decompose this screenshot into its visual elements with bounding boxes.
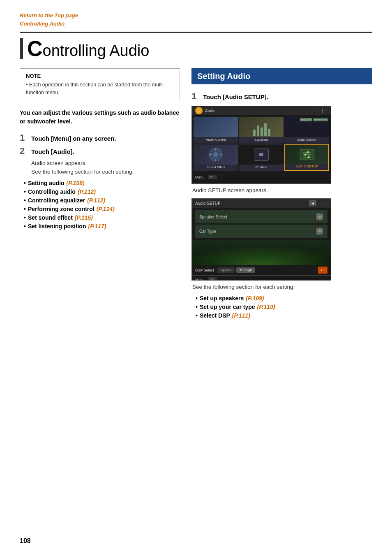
step-2-sub1: Audio screen appears. See the following …	[31, 159, 180, 176]
svg-point-15	[307, 151, 309, 153]
breadcrumb-current-link[interactable]: Controlling Audio	[20, 20, 372, 28]
screen2-return-btn[interactable]: ↩	[318, 267, 327, 274]
page-title-area: Controlling Audio	[20, 32, 372, 59]
page-title-first-letter: C	[27, 37, 43, 60]
right-bullet-text: Set up your car type	[200, 304, 255, 310]
right-bullet-list: Set up speakers (P.109) Set up your car …	[196, 295, 372, 319]
section-header: Setting Audio	[191, 68, 372, 84]
screen2-menu-bar: Menu TEL	[192, 275, 331, 281]
screen2-row-cartype-icon	[316, 227, 323, 235]
page-title: Controlling Audio	[27, 38, 149, 59]
step-2: 2 Touch [Audio].	[20, 146, 180, 156]
screen2-menu-label: Menu	[195, 278, 205, 281]
bullet-text: Performing zone control	[28, 206, 95, 212]
screen1-audio-icon: ♪	[195, 107, 203, 114]
screen1-cell-audio-setup: AUDIO SETUP	[284, 144, 329, 171]
screen2-image: Audio SETUP ◀ --- | --- Speaker Select	[191, 198, 331, 281]
screen1-cell-sound-effect: Sound Effect	[194, 144, 238, 171]
intro-text: You can adjust the various settings such…	[20, 109, 180, 126]
right-bullet-cartype: Set up your car type (P.110)	[196, 304, 372, 310]
right-bullet-link[interactable]: (P.109)	[246, 295, 264, 302]
bullet-text: Set sound effect	[28, 214, 73, 221]
bullet-link[interactable]: (P.117)	[88, 223, 106, 230]
screen1-top-bar: ♪ Audio --- | ---	[192, 106, 331, 115]
screen2-tel-label: TEL	[208, 277, 217, 281]
right-bullet-link[interactable]: (P.111)	[232, 312, 250, 319]
screen2-row-speaker-label: Speaker Select	[199, 215, 227, 219]
bullet-controlling-audio: Controlling audio (P.112)	[24, 188, 180, 195]
svg-rect-4	[268, 129, 270, 136]
right-column: Setting Audio 1 Touch [Audio SETUP]. ♪ A…	[191, 68, 372, 321]
svg-rect-3	[264, 123, 267, 136]
screen1-audio-label: Audio	[205, 109, 216, 113]
svg-point-6	[213, 152, 218, 157]
screen1-top-right: --- | ---	[317, 109, 327, 113]
bullet-text: Controlling audio	[28, 188, 76, 195]
step-1-label: Touch [Menu] on any screen.	[31, 135, 116, 142]
step-1: 1 Touch [Menu] on any screen.	[20, 132, 180, 143]
screen1-cell-zone-control: Dual Zone Transfer None Zone Control	[284, 117, 329, 144]
page-number: 108	[20, 537, 31, 545]
bullet-sound-effect: Set sound effect (P.115)	[24, 214, 180, 221]
step-1-number: 1	[20, 132, 27, 143]
screen2-bottom-bar: DSP Select Bypass Through ↩	[192, 265, 331, 275]
screen2-through-btn[interactable]: Through	[236, 267, 255, 273]
svg-point-21	[319, 230, 321, 232]
note-text: • Each operation in this section can be …	[26, 81, 174, 97]
right-bullet-link[interactable]: (P.110)	[257, 304, 275, 310]
breadcrumb-area: Return to the Top page Controlling Audio	[20, 12, 372, 28]
bullet-text: Setting audio	[28, 180, 65, 186]
screen1-label-sound-effect: Sound Effect	[206, 165, 225, 169]
screen1-label-audio-setup: AUDIO SETUP	[296, 165, 318, 168]
note-box: NOTE • Each operation in this section ca…	[20, 68, 180, 101]
page-container: Return to the Top page Controlling Audio…	[0, 0, 392, 557]
screen1-label-position: Position	[256, 165, 267, 169]
screen1-cell-audio-control: Audio Control	[194, 117, 238, 144]
svg-point-19	[319, 216, 321, 218]
screen2-spacer	[192, 240, 331, 265]
bullet-link[interactable]: (P.114)	[97, 206, 115, 212]
svg-point-17	[307, 156, 309, 158]
svg-rect-2	[261, 128, 263, 136]
bullet-link[interactable]: (P.115)	[75, 214, 93, 221]
screen1-tel-label: TEL	[208, 175, 217, 179]
note-title: NOTE	[26, 73, 174, 79]
following-text: See the following section for each setti…	[191, 284, 372, 290]
screen1-menu-label: Menu	[195, 175, 205, 179]
screen2-glow	[192, 248, 331, 265]
screen2-row-cartype-label: Car Type	[199, 229, 216, 234]
svg-rect-1	[257, 125, 259, 136]
step-2-number: 2	[20, 146, 27, 156]
right-bullet-text: Set up speakers	[200, 295, 244, 302]
screen1-cell-equalizer: Equalizer	[239, 117, 284, 144]
screen1-label-audio-control: Audio Control	[206, 138, 226, 142]
screen2-dsp-label: DSP Select	[195, 268, 214, 272]
screen2-top-right: ◀ --- | ---	[309, 200, 327, 206]
screen2-bypass-btn[interactable]: Bypass	[217, 267, 235, 273]
screen1-grid: Audio Control Equalizer	[192, 115, 331, 173]
bullet-link[interactable]: (P.112)	[78, 188, 96, 195]
bullet-setting-audio: Setting audio (P.108)	[24, 180, 180, 186]
bullet-zone-control: Performing zone control (P.114)	[24, 206, 180, 212]
bullet-link[interactable]: (P.112)	[87, 197, 105, 204]
screen1-caption: Audio SETUP screen appears.	[191, 187, 372, 193]
screen1-menu-bar: Menu TEL	[192, 173, 331, 181]
bullet-link[interactable]: (P.108)	[67, 180, 85, 186]
right-step-1-label: Touch [Audio SETUP].	[203, 93, 268, 100]
screen2-row-speaker-icon	[316, 213, 323, 220]
title-bar-decoration	[20, 38, 23, 59]
right-step-1-num: 1	[191, 91, 199, 102]
bullet-listening-position: Set listening position (P.117)	[24, 223, 180, 230]
screen1-label-equalizer: Equalizer	[254, 138, 268, 142]
screen2-rows: Speaker Select Car Type	[192, 208, 331, 240]
left-column: NOTE • Each operation in this section ca…	[20, 68, 180, 232]
svg-point-16	[304, 154, 306, 156]
breadcrumb-return-link[interactable]: Return to the Top page	[20, 12, 372, 20]
svg-rect-0	[253, 130, 256, 136]
screen2-row-cartype: Car Type	[195, 225, 327, 238]
screen2-top-bar: Audio SETUP ◀ --- | ---	[192, 199, 331, 208]
right-bullet-dsp: Select DSP (P.111)	[196, 312, 372, 319]
step-2-label: Touch [Audio].	[31, 148, 74, 155]
page-title-rest: ontrolling Audio	[43, 42, 150, 59]
two-col-layout: NOTE • Each operation in this section ca…	[20, 68, 372, 321]
